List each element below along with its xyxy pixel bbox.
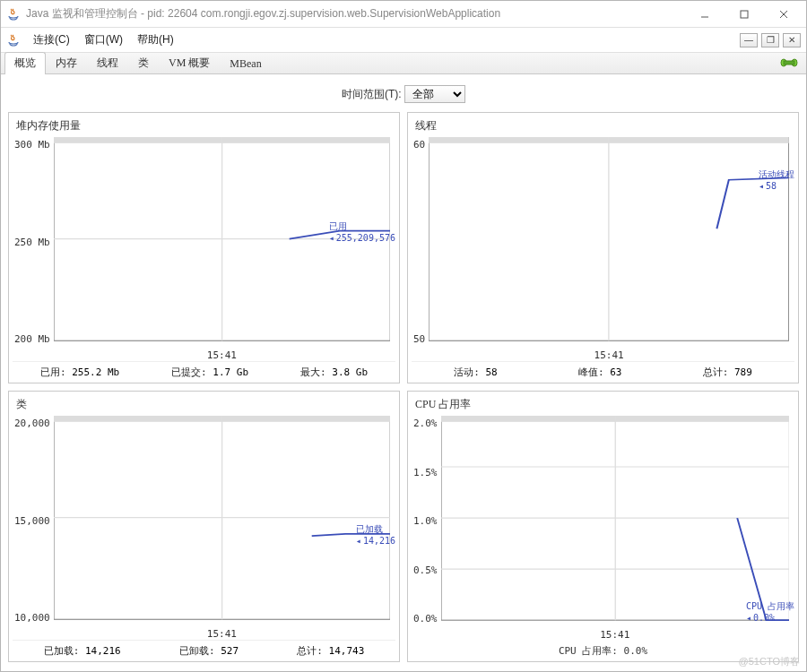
plot-area: 15:41 活动线程 ◂58: [429, 137, 789, 361]
tab-mbeans[interactable]: MBean: [220, 54, 271, 74]
time-range-select[interactable]: 全部: [404, 85, 465, 103]
x-axis-label: 15:41: [54, 628, 390, 640]
titlebar: Java 监视和管理控制台 - pid: 22604 com.rongji.eg…: [1, 1, 806, 28]
panel-heap: 堆内存使用量 300 Mb 250 Mb 200 Mb: [8, 112, 400, 383]
series-label: 已用 ◂255,209,576: [329, 220, 395, 243]
chart-threads[interactable]: 60 50 15:41 活动线程 ◂58: [412, 137, 794, 361]
tab-vm[interactable]: VM 概要: [159, 52, 220, 74]
y-axis: 20,000 15,000 10,000: [13, 416, 54, 640]
stats-row: 已加载: 14,216 已卸载: 527 总计: 14,743: [13, 640, 395, 659]
mdi-controls: — ❐ ✕: [740, 33, 801, 47]
menubar: 连接(C) 窗口(W) 帮助(H) — ❐ ✕: [1, 28, 806, 53]
mdi-restore-button[interactable]: ❐: [761, 33, 779, 47]
panel-title: 类: [13, 395, 395, 416]
close-button[interactable]: [772, 5, 795, 23]
tab-classes[interactable]: 类: [128, 52, 159, 74]
maximize-button[interactable]: [733, 5, 756, 23]
tab-overview[interactable]: 概览: [4, 52, 46, 74]
x-axis-label: 15:41: [54, 349, 390, 361]
menu-connect[interactable]: 连接(C): [26, 30, 77, 49]
java-icon: [6, 33, 21, 47]
panel-title: 线程: [412, 116, 794, 137]
panel-title: 堆内存使用量: [13, 116, 395, 137]
content-area: 时间范围(T): 全部 堆内存使用量 300 Mb 250 Mb 200 Mb: [1, 74, 806, 671]
time-range-row: 时间范围(T): 全部: [8, 80, 799, 112]
connection-status-icon: [779, 56, 799, 72]
window-controls: [693, 5, 801, 23]
tab-threads[interactable]: 线程: [87, 52, 128, 74]
svg-rect-6: [784, 61, 794, 65]
plot-area: 15:41 已用 ◂255,209,576: [54, 137, 390, 361]
panel-classes: 类 20,000 15,000 10,000: [8, 391, 400, 662]
panel-threads: 线程 60 50 15:41: [407, 112, 799, 383]
chart-classes[interactable]: 20,000 15,000 10,000 15:41: [13, 416, 395, 640]
plot-area: 15:41 CPU 占用率 ◂0.0%: [441, 416, 790, 641]
window-title: Java 监视和管理控制台 - pid: 22604 com.rongji.eg…: [26, 6, 693, 22]
mdi-close-button[interactable]: ✕: [783, 33, 801, 47]
stats-row: CPU 占用率: 0.0%: [412, 641, 794, 659]
x-axis-label: 15:41: [429, 349, 789, 361]
mdi-minimize-button[interactable]: —: [740, 33, 758, 47]
panel-cpu: CPU 占用率 2.0% 1.5% 1.0% 0.5% 0.0%: [407, 391, 799, 662]
y-axis: 60 50: [412, 137, 429, 361]
stats-row: 活动: 58 峰值: 63 总计: 789: [412, 361, 794, 381]
chart-heap[interactable]: 300 Mb 250 Mb 200 Mb 15:41: [13, 137, 395, 361]
panel-title: CPU 占用率: [412, 395, 794, 416]
menu-window[interactable]: 窗口(W): [77, 30, 130, 49]
minimize-button[interactable]: [693, 5, 716, 23]
y-axis: 2.0% 1.5% 1.0% 0.5% 0.0%: [412, 416, 441, 641]
plot-area: 15:41 已加载 ◂14,216: [54, 416, 390, 640]
series-label: CPU 占用率 ◂0.0%: [746, 600, 794, 623]
menu-help[interactable]: 帮助(H): [130, 30, 181, 49]
chart-cpu[interactable]: 2.0% 1.5% 1.0% 0.5% 0.0%: [412, 416, 794, 641]
app-window: Java 监视和管理控制台 - pid: 22604 com.rongji.eg…: [0, 0, 807, 672]
series-label: 已加载 ◂14,216: [356, 523, 395, 546]
tab-memory[interactable]: 内存: [46, 52, 87, 74]
charts-grid: 堆内存使用量 300 Mb 250 Mb 200 Mb: [8, 112, 799, 662]
series-label: 活动线程 ◂58: [759, 168, 794, 191]
stats-row: 已用: 255.2 Mb 已提交: 1.7 Gb 最大: 3.8 Gb: [13, 361, 395, 381]
svg-rect-1: [741, 11, 748, 18]
tabbar: 概览 内存 线程 类 VM 概要 MBean: [1, 53, 806, 74]
y-axis: 300 Mb 250 Mb 200 Mb: [13, 137, 54, 361]
time-range-label: 时间范围(T):: [342, 88, 402, 100]
java-icon: [6, 7, 21, 22]
x-axis-label: 15:41: [441, 629, 790, 641]
